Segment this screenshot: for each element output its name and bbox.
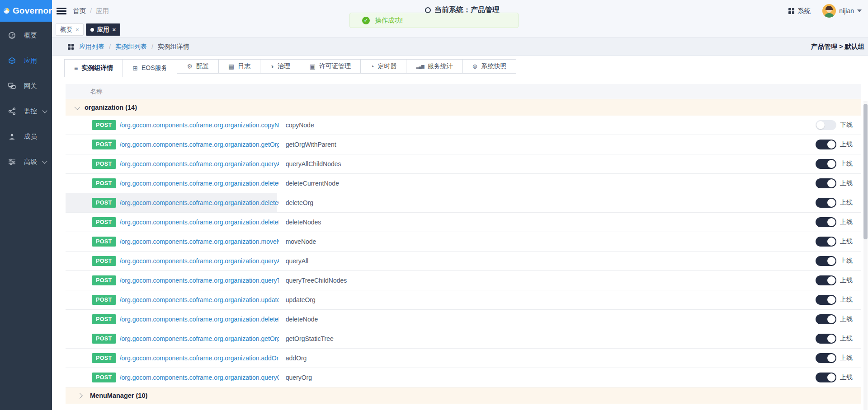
close-icon[interactable]: × xyxy=(113,26,116,33)
service-row[interactable]: POST /org.gocom.components.coframe.org.o… xyxy=(66,116,861,135)
group-title: MenuManager (10) xyxy=(90,392,147,399)
app-logo: Governor xyxy=(0,0,52,22)
tab-eos-services[interactable]: ⊞ EOS服务 xyxy=(123,59,177,77)
service-name: updateOrg xyxy=(286,296,412,303)
status-toggle[interactable] xyxy=(816,237,836,247)
toast-message: 操作成功! xyxy=(375,16,403,25)
group-row-organization[interactable]: organization (14) xyxy=(66,99,861,116)
clock-icon: ◔ xyxy=(370,63,374,70)
sidebar-item-overview[interactable]: 概要 xyxy=(0,24,52,46)
status-label: 上线 xyxy=(840,373,853,382)
service-url[interactable]: /org.gocom.components.coframe.org.organi… xyxy=(120,374,279,381)
service-row[interactable]: POST /org.gocom.components.coframe.org.o… xyxy=(66,213,861,232)
logo-swirl-icon xyxy=(3,6,10,16)
service-row[interactable]: POST /org.gocom.components.coframe.org.o… xyxy=(66,290,861,310)
tab-governance[interactable]: ◑ 治理 xyxy=(260,59,300,74)
document-icon: ▤ xyxy=(228,63,234,70)
service-url[interactable]: /org.gocom.components.coframe.org.organi… xyxy=(120,219,279,226)
service-name: deleteNode xyxy=(286,316,412,323)
status-toggle[interactable] xyxy=(816,275,836,285)
service-row[interactable]: POST /org.gocom.components.coframe.org.o… xyxy=(66,232,861,252)
method-badge: POST xyxy=(92,237,116,247)
method-badge: POST xyxy=(92,217,116,227)
menu-toggle-icon[interactable] xyxy=(57,8,66,14)
service-row[interactable]: POST /org.gocom.components.coframe.org.o… xyxy=(66,329,861,349)
gear-icon: ⚙ xyxy=(187,63,193,70)
system-menu-button[interactable]: 系统 xyxy=(788,7,811,15)
service-row[interactable]: POST /org.gocom.components.coframe.org.o… xyxy=(66,271,861,290)
tab-timers[interactable]: ◔ 定时器 xyxy=(360,59,406,74)
sidebar-item-monitoring[interactable]: 监控 xyxy=(0,100,52,122)
camera-icon: ⊚ xyxy=(472,63,478,70)
service-row[interactable]: POST /org.gocom.components.coframe.org.o… xyxy=(66,252,861,271)
sidebar-item-gateway[interactable]: 网关 xyxy=(0,75,52,97)
sidebar-item-advanced[interactable]: 高级 xyxy=(0,151,52,172)
status-toggle[interactable] xyxy=(816,334,836,344)
service-url[interactable]: /org.gocom.components.coframe.org.organi… xyxy=(120,277,279,284)
chevron-down-icon xyxy=(42,158,47,163)
user-menu-button[interactable]: nijian xyxy=(822,4,862,18)
sidebar-item-applications[interactable]: 应用 xyxy=(0,50,52,71)
status-label: 上线 xyxy=(840,160,853,168)
status-label: 上线 xyxy=(840,199,853,207)
tab-license-management[interactable]: ▣ 许可证管理 xyxy=(300,59,361,74)
service-url[interactable]: /org.gocom.components.coframe.org.organi… xyxy=(120,199,279,206)
status-label: 上线 xyxy=(840,354,853,362)
tab-tag-applications[interactable]: 应用 × xyxy=(86,23,121,36)
status-toggle[interactable] xyxy=(816,256,836,266)
service-url[interactable]: /org.gocom.components.coframe.org.organi… xyxy=(120,238,279,245)
tab-tag-overview[interactable]: 概要 × xyxy=(56,23,84,36)
breadcrumb-instance-group-detail: 实例组详情 xyxy=(158,43,189,51)
status-toggle[interactable] xyxy=(816,295,836,305)
status-toggle[interactable] xyxy=(816,159,836,169)
vertical-scrollbar-thumb[interactable] xyxy=(863,104,868,239)
service-url[interactable]: /org.gocom.components.coframe.org.organi… xyxy=(120,296,279,303)
sidebar-item-members[interactable]: 成员 xyxy=(0,126,52,147)
service-url[interactable]: /org.gocom.components.coframe.org.organi… xyxy=(120,257,279,265)
service-row[interactable]: POST /org.gocom.components.coframe.org.o… xyxy=(66,310,861,329)
breadcrumb-app-list[interactable]: 应用列表 xyxy=(79,43,104,51)
service-row[interactable]: POST /org.gocom.components.coframe.org.o… xyxy=(66,193,861,213)
status-toggle[interactable] xyxy=(816,373,836,382)
service-row[interactable]: POST /org.gocom.components.coframe.org.o… xyxy=(66,174,861,193)
status-toggle[interactable] xyxy=(816,198,836,208)
status-label: 上线 xyxy=(840,296,853,304)
service-url[interactable]: /org.gocom.components.coframe.org.organi… xyxy=(120,160,279,168)
service-url[interactable]: /org.gocom.components.coframe.org.organi… xyxy=(120,354,279,362)
breadcrumb-instance-group-list[interactable]: 实例组列表 xyxy=(115,43,147,51)
group-row-menumanager[interactable]: MenuManager (10) xyxy=(66,387,861,404)
chevron-down-icon xyxy=(42,108,47,113)
close-icon[interactable]: × xyxy=(75,26,79,33)
service-row[interactable]: POST /org.gocom.components.coframe.org.o… xyxy=(66,349,861,368)
service-url[interactable]: /org.gocom.components.coframe.org.organi… xyxy=(120,335,279,342)
active-dot-icon xyxy=(90,28,94,32)
sidebar-item-label: 概要 xyxy=(24,31,37,40)
service-row[interactable]: POST /org.gocom.components.coframe.org.o… xyxy=(66,135,861,154)
breadcrumb-current: 应用 xyxy=(96,7,109,15)
tab-instance-group-detail[interactable]: ≡ 实例组详情 xyxy=(64,59,123,77)
tab-logs[interactable]: ▤ 日志 xyxy=(218,59,260,74)
grid-icon xyxy=(788,8,794,14)
status-toggle[interactable] xyxy=(816,217,836,227)
service-url[interactable]: /org.gocom.components.coframe.org.organi… xyxy=(120,180,279,187)
clipboard-icon: ▣ xyxy=(310,63,316,70)
services-table: 名称 organization (14) POST /org.gocom.com… xyxy=(66,84,861,404)
sliders-icon xyxy=(8,158,16,166)
service-row[interactable]: POST /org.gocom.components.coframe.org.o… xyxy=(66,154,861,174)
service-url[interactable]: /org.gocom.components.coframe.org.organi… xyxy=(120,316,279,323)
status-toggle[interactable] xyxy=(816,314,836,324)
service-row[interactable]: POST /org.gocom.components.coframe.org.o… xyxy=(66,368,861,387)
service-name: copyNode xyxy=(286,121,412,129)
breadcrumb-home[interactable]: 首页 xyxy=(73,7,86,15)
tab-system-snapshot[interactable]: ⊚ 系统快照 xyxy=(462,59,517,74)
tab-configuration[interactable]: ⚙ 配置 xyxy=(177,59,219,74)
status-toggle[interactable] xyxy=(816,178,836,188)
chevron-down-icon xyxy=(75,104,80,110)
status-toggle[interactable] xyxy=(816,353,836,363)
service-url[interactable]: /org.gocom.components.coframe.org.organi… xyxy=(120,141,279,148)
tab-service-statistics[interactable]: ▂▄▆ 服务统计 xyxy=(406,59,462,74)
service-url[interactable]: /org.gocom.components.coframe.org.organi… xyxy=(120,121,279,129)
status-toggle[interactable] xyxy=(816,120,836,130)
status-label: 上线 xyxy=(840,276,853,284)
status-toggle[interactable] xyxy=(816,140,836,149)
